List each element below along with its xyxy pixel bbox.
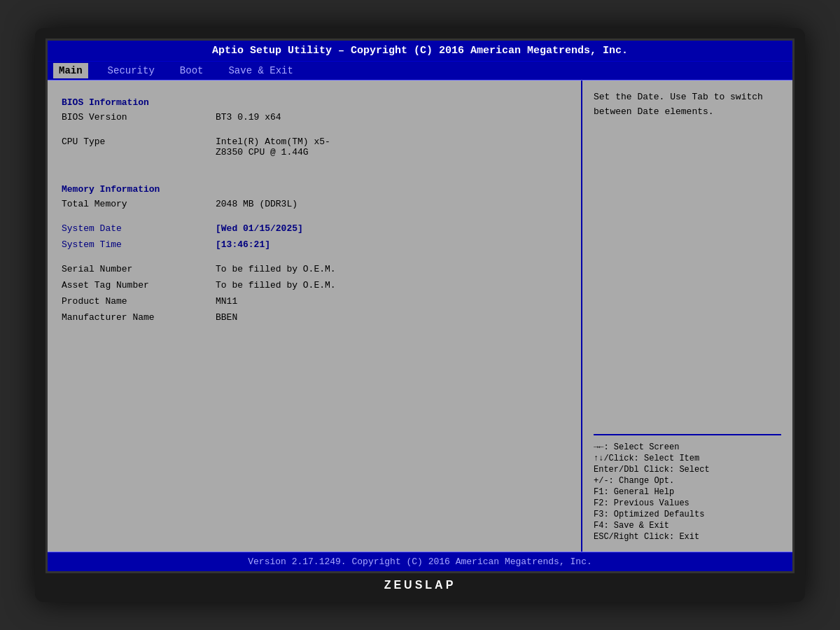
key-f2: F2: Previous Values xyxy=(594,498,781,508)
total-memory-label: Total Memory xyxy=(62,199,216,209)
manufacturer-value: BBEN xyxy=(216,312,237,323)
product-name-value: MN11 xyxy=(216,296,237,307)
monitor: Aptio Setup Utility – Copyright (C) 2016… xyxy=(35,28,805,602)
bios-screen: Aptio Setup Utility – Copyright (C) 2016… xyxy=(46,38,794,573)
manufacturer-row: Manufacturer Name BBEN xyxy=(62,312,567,323)
cpu-type-value: Intel(R) Atom(TM) x5- Z8350 CPU @ 1.44G xyxy=(216,136,330,158)
key-f1: F1: General Help xyxy=(594,487,781,497)
bios-version-value: BT3 0.19 x64 xyxy=(216,112,281,122)
key-f3: F3: Optimized Defaults xyxy=(594,510,781,519)
tab-bar: Main Security Boot Save & Exit xyxy=(48,62,792,80)
product-name-row: Product Name MN11 xyxy=(62,296,567,307)
key-select: Enter/Dbl Click: Select xyxy=(594,465,781,475)
left-panel: BIOS Information BIOS Version BT3 0.19 x… xyxy=(48,80,582,552)
tab-main[interactable]: Main xyxy=(53,63,88,78)
help-text: Set the Date. Use Tab to switch between … xyxy=(594,90,781,120)
bios-version-label: BIOS Version xyxy=(62,112,216,122)
system-date-value[interactable]: [Wed 01/15/2025] xyxy=(216,223,303,234)
asset-tag-row: Asset Tag Number To be filled by O.E.M. xyxy=(62,280,567,290)
asset-tag-label: Asset Tag Number xyxy=(62,280,216,290)
key-select-item: ↑↓/Click: Select Item xyxy=(594,454,781,463)
key-f4: F4: Save & Exit xyxy=(594,521,781,531)
monitor-brand-label: ZEUSLAP xyxy=(384,579,456,592)
product-name-label: Product Name xyxy=(62,296,216,307)
system-time-value[interactable]: [13:46:21] xyxy=(216,239,270,250)
system-time-row[interactable]: System Time [13:46:21] xyxy=(62,239,567,250)
key-hints: →←: Select Screen ↑↓/Click: Select Item … xyxy=(594,434,781,542)
bios-section-label: BIOS Information xyxy=(62,97,567,108)
title-text: Aptio Setup Utility – Copyright (C) 2016… xyxy=(212,45,628,57)
bios-version-row: BIOS Version BT3 0.19 x64 xyxy=(62,112,567,122)
serial-number-row: Serial Number To be filled by O.E.M. xyxy=(62,264,567,274)
tab-security[interactable]: Security xyxy=(102,63,160,78)
key-change-opt: +/-: Change Opt. xyxy=(594,476,781,486)
asset-tag-value: To be filled by O.E.M. xyxy=(216,280,336,290)
total-memory-value: 2048 MB (DDR3L) xyxy=(216,199,298,209)
bottom-bar-text: Version 2.17.1249. Copyright (C) 2016 Am… xyxy=(248,556,592,567)
cpu-type-row: CPU Type Intel(R) Atom(TM) x5- Z8350 CPU… xyxy=(62,136,567,158)
memory-section-label: Memory Information xyxy=(62,184,567,195)
bottom-bar: Version 2.17.1249. Copyright (C) 2016 Am… xyxy=(48,552,792,571)
key-esc: ESC/Right Click: Exit xyxy=(594,532,781,542)
key-select-screen: →←: Select Screen xyxy=(594,442,781,452)
main-content: BIOS Information BIOS Version BT3 0.19 x… xyxy=(48,80,792,552)
system-date-label: System Date xyxy=(62,223,216,234)
total-memory-row: Total Memory 2048 MB (DDR3L) xyxy=(62,199,567,209)
serial-number-label: Serial Number xyxy=(62,264,216,274)
right-panel: Set the Date. Use Tab to switch between … xyxy=(582,80,792,552)
system-date-row[interactable]: System Date [Wed 01/15/2025] xyxy=(62,223,567,234)
serial-number-value: To be filled by O.E.M. xyxy=(216,264,336,274)
manufacturer-label: Manufacturer Name xyxy=(62,312,216,323)
system-time-label: System Time xyxy=(62,239,216,250)
title-bar: Aptio Setup Utility – Copyright (C) 2016… xyxy=(48,41,792,62)
tab-boot[interactable]: Boot xyxy=(174,63,209,78)
cpu-type-label: CPU Type xyxy=(62,136,216,158)
tab-save-exit[interactable]: Save & Exit xyxy=(223,63,298,78)
